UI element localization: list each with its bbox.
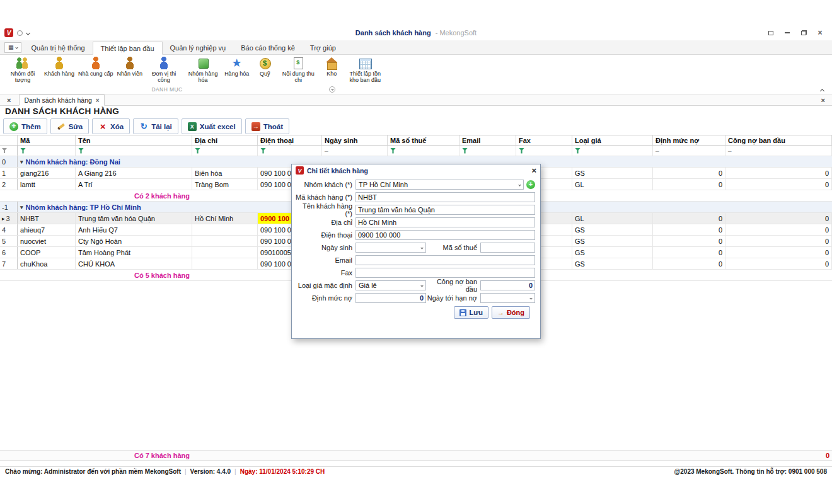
column-header[interactable]: Công nợ ban đầu (725, 135, 832, 145)
column-header[interactable]: Điện thoại (258, 135, 322, 145)
ribbon-item-table[interactable]: Thiết lập tồn kho ban đầu (345, 55, 384, 83)
ribbon-tab[interactable]: Báo cáo thống kê (233, 42, 303, 54)
filter-cell[interactable] (258, 146, 322, 156)
ribbon-group-label: DANH MỤC (0, 86, 334, 93)
minimize-icon (785, 32, 790, 33)
collapse-icon[interactable]: ▾ (20, 159, 23, 165)
column-header[interactable]: Email (459, 135, 516, 145)
column-header[interactable]: Tên (76, 135, 192, 145)
cong-no-ban-dau-field[interactable] (480, 280, 535, 290)
ribbon-item-green-box[interactable]: Nhóm hàng hóa (183, 55, 222, 83)
add-button[interactable]: Thêm (3, 118, 47, 134)
grid-cell: 0 (653, 213, 725, 224)
quick-access-icon[interactable] (17, 30, 23, 36)
restore-button[interactable] (799, 29, 808, 37)
excel-button[interactable]: Xuất excel (182, 118, 242, 134)
dinh-muc-no-field[interactable] (355, 293, 426, 303)
excel-icon (188, 122, 197, 131)
button-label: Tải lại (151, 123, 172, 130)
filter-funnel-icon (20, 148, 26, 154)
grid-cell: GS (572, 224, 653, 235)
filter-funnel-icon (2, 148, 7, 153)
nhom-khach-select[interactable]: TP Hồ Chí Minh (355, 180, 524, 190)
filter-cell[interactable] (459, 146, 516, 156)
filter-cell[interactable] (18, 146, 76, 156)
ribbon-item-document[interactable]: Nội dung thu chi (279, 55, 318, 83)
dia-chi-field[interactable] (355, 217, 535, 227)
grid-cell: GS (572, 236, 653, 246)
ribbon-menu-button[interactable]: ▦ (4, 42, 21, 53)
column-header[interactable]: Mã số thuế (388, 135, 459, 145)
row-indicator: 7 (0, 258, 18, 269)
close-tab-button[interactable]: × (5, 95, 13, 105)
ribbon-item-blue-star[interactable]: Hàng hóa (222, 55, 251, 77)
quick-access-caret-icon[interactable] (26, 30, 30, 35)
filter-cell[interactable] (388, 146, 459, 156)
ribbon-item-label: Nhân viên (117, 71, 143, 77)
group-expand-button[interactable] (329, 86, 335, 93)
minimize-button[interactable] (783, 29, 792, 37)
tab-danh-sach-khach-hang[interactable]: Danh sách khách hàng × (19, 94, 104, 106)
ribbon-item-person-orange[interactable]: Nhà cung cấp (76, 55, 115, 77)
row-indicator (0, 190, 18, 201)
filter-cell[interactable]: – (322, 146, 388, 156)
delete-button[interactable]: Xóa (92, 118, 130, 134)
ribbon-tab[interactable]: Trợ giúp (303, 42, 344, 54)
tab-close-icon[interactable]: × (96, 97, 100, 104)
exit-button[interactable]: Thoát (245, 118, 289, 134)
ribbon-toolbar: Nhóm đối tượngKhách hàngNhà cung cấpNhân… (0, 55, 832, 86)
ribbon-tab[interactable]: Thiết lập ban đầu (93, 42, 163, 55)
filter-cell[interactable]: – (653, 146, 725, 156)
filter-cell[interactable] (516, 146, 572, 156)
dialog-titlebar: V Chi tiết khách hàng × (292, 164, 540, 176)
ten-khach-hang-field[interactable] (355, 205, 535, 215)
grid-cell: 0 (653, 179, 725, 190)
close-all-tabs-button[interactable]: × (819, 95, 827, 105)
column-header[interactable]: Ngày sinh (322, 135, 388, 145)
person-blue-icon (157, 56, 171, 70)
reload-button[interactable]: Tải lại (133, 118, 178, 134)
ma-khach-hang-field[interactable] (355, 192, 535, 202)
ribbon-item-money[interactable]: Quỹ (251, 55, 279, 77)
edit-button[interactable]: Sửa (50, 118, 89, 134)
fax-field[interactable] (355, 268, 535, 278)
grid-cell (0, 450, 18, 461)
ribbon-item-person-brown[interactable]: Nhân viên (115, 55, 145, 77)
dien-thoai-field[interactable] (355, 230, 535, 240)
filter-cell[interactable] (0, 146, 18, 156)
column-header[interactable]: Loại giá (572, 135, 653, 145)
filter-dash-icon: – (728, 147, 732, 154)
column-header[interactable]: Mã (18, 135, 76, 145)
ribbon-item-warehouse[interactable]: Kho (318, 55, 345, 77)
filter-cell[interactable] (192, 146, 258, 156)
ribbon-collapse-button[interactable] (818, 87, 826, 93)
filter-cell[interactable] (76, 146, 192, 156)
ngay-toi-han-select[interactable] (480, 293, 535, 303)
ribbon-item-person-yellow[interactable]: Khách hàng (42, 55, 76, 77)
dialog-close-button[interactable]: × (531, 166, 536, 175)
ma-so-thue-field[interactable] (480, 243, 535, 253)
ribbon-tab[interactable]: Quản trị hệ thống (24, 42, 93, 54)
chevron-down-icon (529, 297, 532, 299)
column-header[interactable]: Địa chỉ (192, 135, 258, 145)
close-button[interactable]: × (816, 29, 824, 37)
ribbon-item-people-group[interactable]: Nhóm đối tượng (3, 55, 42, 83)
column-header[interactable]: Định mức nợ (653, 135, 725, 145)
email-field[interactable] (355, 255, 535, 265)
ribbon-item-label: Thiết lập tồn kho ban đầu (347, 71, 383, 83)
field-label-fax: Fax (296, 269, 355, 277)
filter-cell[interactable] (572, 146, 653, 156)
dialog-dong-button[interactable]: → Đóng (492, 306, 530, 319)
ngay-sinh-select[interactable] (355, 243, 426, 253)
ribbon-item-person-blue[interactable]: Đơn vị thi công (144, 55, 183, 83)
column-header[interactable]: Fax (516, 135, 572, 145)
save-button[interactable]: Lưu (454, 306, 488, 319)
filter-cell[interactable]: – (725, 146, 832, 156)
ribbon-tab[interactable]: Quản lý nghiệp vụ (163, 42, 234, 54)
collapse-icon[interactable]: ▾ (20, 204, 23, 210)
status-welcome: Chào mừng: Administrator đến với phần mề… (5, 468, 181, 475)
fullscreen-button[interactable] (766, 29, 775, 37)
ribbon-group-footer: DANH MỤC (0, 86, 832, 94)
loai-gia-select[interactable]: Giá lẻ (355, 280, 426, 290)
add-group-button[interactable]: + (526, 180, 535, 189)
